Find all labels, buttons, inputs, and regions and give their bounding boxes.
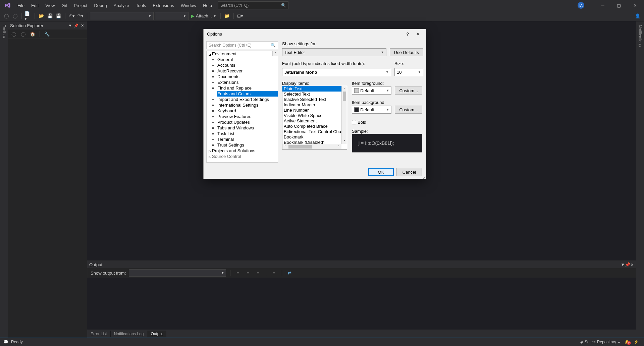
tree-node-trust-settings[interactable]: Trust Settings: [217, 142, 278, 148]
tree-node-international-settings[interactable]: International Settings: [217, 102, 278, 108]
tree-node-product-updates[interactable]: Product Updates: [217, 119, 278, 125]
item-bg-label: Item background:: [352, 100, 422, 105]
chevron-down-icon: ▼: [386, 70, 389, 74]
tree-node-import-and-export-settings[interactable]: Import and Export Settings: [217, 97, 278, 102]
scroll-right-icon[interactable]: ˃: [336, 145, 341, 148]
show-settings-label: Show settings for:: [282, 41, 317, 46]
options-search[interactable]: Search Options (Ctrl+E) 🔍: [206, 41, 278, 49]
display-item[interactable]: Visible White Space: [282, 113, 347, 118]
dialog-right-pane: Show settings for: Text Editor ▼ Use Def…: [282, 41, 423, 163]
show-settings-value: Text Editor: [284, 50, 305, 55]
tree-node-terminal[interactable]: Terminal: [217, 136, 278, 142]
dialog-titlebar: Options ? ✕: [204, 29, 426, 39]
options-tree[interactable]: ˄ ◢Environment GeneralAccountsAutoRecove…: [206, 51, 278, 163]
size-label: Size:: [394, 61, 423, 66]
tree-node-keyboard[interactable]: Keyboard: [217, 108, 278, 114]
bold-checkbox[interactable]: [352, 120, 356, 124]
hscrollbar[interactable]: ˂ ˃: [282, 144, 341, 149]
show-settings-combo[interactable]: Text Editor ▼: [282, 48, 386, 56]
ok-button[interactable]: OK: [368, 168, 394, 176]
display-item[interactable]: Selected Text: [282, 92, 347, 97]
chevron-down-icon: ▼: [386, 108, 389, 111]
resize-grip[interactable]: [422, 175, 425, 178]
size-combo[interactable]: 10 ▼: [394, 68, 423, 76]
tree-node-extensions[interactable]: Extensions: [217, 79, 278, 85]
tree-node-documents[interactable]: Documents: [217, 74, 278, 79]
size-value: 10: [397, 70, 401, 75]
font-combo[interactable]: JetBrains Mono ▼: [282, 68, 391, 76]
dialog-help-button[interactable]: ?: [402, 30, 413, 38]
vscrollbar[interactable]: ˄ ˅: [341, 86, 347, 144]
font-value: JetBrains Mono: [284, 70, 317, 75]
item-fg-combo[interactable]: Default ▼: [352, 86, 391, 95]
fg-swatch: [354, 88, 359, 93]
sample-box: ij = I::oO(0xB81l);: [352, 134, 422, 153]
bg-value: Default: [360, 107, 374, 112]
options-search-placeholder: Search Options (Ctrl+E): [209, 43, 252, 48]
display-item[interactable]: Active Statement: [282, 118, 347, 124]
dialog-footer: OK Cancel: [204, 165, 426, 179]
display-item[interactable]: Plain Text: [282, 86, 347, 92]
dialog-close-button[interactable]: ✕: [413, 30, 423, 38]
tree-node-fonts-and-colors[interactable]: Fonts and Colors: [217, 91, 278, 97]
display-item[interactable]: Inactive Selected Text: [282, 97, 347, 102]
tree-source-control[interactable]: ▷Source Control: [207, 154, 278, 159]
tree-node-autorecover[interactable]: AutoRecover: [217, 68, 278, 74]
cancel-button[interactable]: Cancel: [396, 168, 422, 176]
tree-node-task-list[interactable]: Task List: [217, 131, 278, 136]
chevron-down-icon: ▼: [386, 89, 389, 92]
display-item[interactable]: Line Number: [282, 108, 347, 113]
tree-node-preview-features[interactable]: Preview Features: [217, 114, 278, 119]
use-defaults-button[interactable]: Use Defaults: [390, 48, 423, 56]
tree-node-tabs-and-windows[interactable]: Tabs and Windows: [217, 125, 278, 131]
options-dialog: Options ? ✕ Search Options (Ctrl+E) 🔍 ˄ …: [203, 29, 426, 179]
scroll-up-icon[interactable]: ˄: [272, 51, 278, 56]
display-items-list[interactable]: Plain TextSelected TextInactive Selected…: [282, 86, 347, 150]
fg-value: Default: [360, 88, 374, 93]
fg-custom-button[interactable]: Custom...: [395, 86, 422, 95]
sample-text: ij = I::oO(0xB81l);: [358, 140, 394, 146]
dialog-title: Options: [207, 32, 402, 37]
tree-environment[interactable]: ◢Environment: [207, 51, 278, 57]
display-item[interactable]: Bidirectional Text Control Characters: [282, 129, 347, 134]
tree-node-find-and-replace[interactable]: Find and Replace: [217, 85, 278, 91]
chevron-down-icon: ▼: [418, 70, 421, 74]
dialog-left-pane: Search Options (Ctrl+E) 🔍 ˄ ◢Environment…: [206, 41, 278, 163]
scroll-thumb[interactable]: [343, 92, 346, 101]
display-items-label: Display items:: [282, 81, 347, 86]
display-item[interactable]: Bookmark: [282, 134, 347, 140]
tree-node-general[interactable]: General: [217, 57, 278, 62]
item-bg-combo[interactable]: Default ▼: [352, 106, 391, 114]
bg-swatch: [354, 107, 359, 112]
bg-custom-button[interactable]: Custom...: [395, 106, 422, 114]
scroll-hthumb[interactable]: [288, 145, 312, 149]
tree-projects-solutions[interactable]: ▷Projects and Solutions: [207, 148, 278, 154]
scroll-down-icon[interactable]: ˅: [342, 138, 347, 144]
sample-label: Sample:: [352, 129, 422, 134]
display-item[interactable]: Indicator Margin: [282, 102, 347, 108]
dialog-body: Search Options (Ctrl+E) 🔍 ˄ ◢Environment…: [204, 39, 426, 165]
scroll-up-icon[interactable]: ˄: [342, 86, 347, 92]
dialog-overlay: Options ? ✕ Search Options (Ctrl+E) 🔍 ˄ …: [0, 0, 644, 346]
scroll-left-icon[interactable]: ˂: [282, 145, 288, 148]
search-icon: 🔍: [271, 43, 276, 48]
item-fg-label: Item foreground:: [352, 81, 422, 86]
bold-label: Bold: [358, 120, 366, 125]
display-item[interactable]: Auto Completed Brace: [282, 124, 347, 129]
chevron-down-icon: ▼: [381, 51, 384, 54]
tree-node-accounts[interactable]: Accounts: [217, 62, 278, 68]
font-label: Font (bold type indicates fixed-width fo…: [282, 61, 391, 66]
